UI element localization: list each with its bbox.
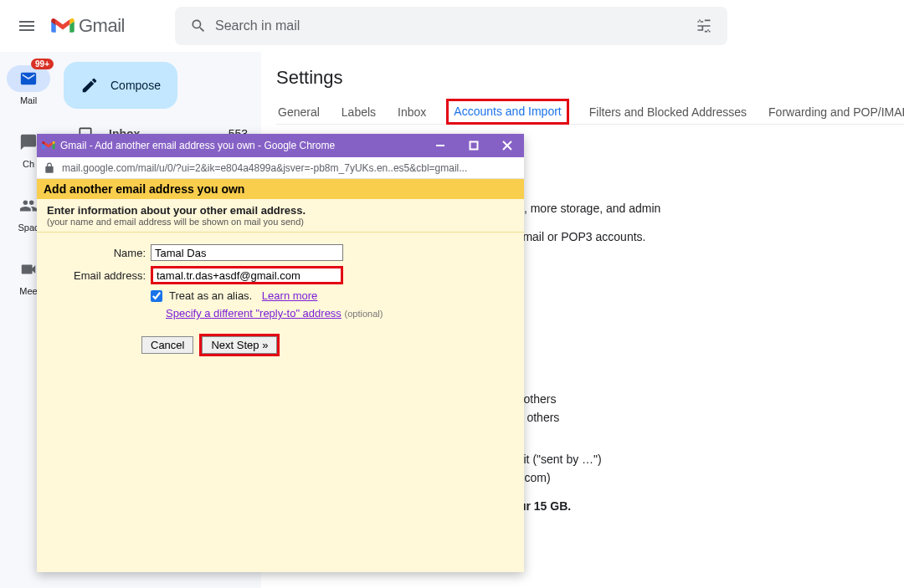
popup-title: Gmail - Add another email address you ow…: [60, 140, 424, 151]
gmail-logo-icon: [50, 17, 75, 35]
gmail-favicon-icon: [42, 139, 55, 152]
search-options-icon[interactable]: [687, 9, 721, 43]
mail-badge: 99+: [31, 59, 54, 69]
search-placeholder: Search in mail: [215, 18, 687, 33]
search-bar[interactable]: Search in mail: [175, 7, 727, 45]
popup-address-bar[interactable]: mail.google.com/mail/u/0/?ui=2&ik=e804a4…: [37, 157, 524, 179]
pencil-icon: [80, 76, 99, 95]
menu-icon: [17, 16, 37, 36]
maximize-icon: [469, 141, 479, 151]
learn-more-link[interactable]: Learn more: [262, 289, 317, 302]
popup-titlebar[interactable]: Gmail - Add another email address you ow…: [37, 134, 524, 157]
compose-label: Compose: [110, 79, 161, 92]
settings-tabs: General Labels Inbox Accounts and Import…: [276, 100, 904, 125]
svg-rect-0: [470, 142, 478, 150]
window-maximize-button[interactable]: [457, 134, 491, 157]
email-label: Email address:: [45, 269, 151, 282]
meet-icon: [19, 260, 38, 279]
name-label: Name:: [45, 247, 151, 259]
cancel-button[interactable]: Cancel: [141, 336, 193, 354]
window-minimize-button[interactable]: [424, 134, 457, 157]
rail-meet-label: Mee: [19, 286, 37, 296]
rail-chat-label: Ch: [23, 159, 34, 169]
tab-filters[interactable]: Filters and Blocked Addresses: [588, 100, 748, 124]
settings-title: Settings: [276, 67, 904, 89]
popup-instruction-1: Enter information about your other email…: [47, 204, 524, 217]
tab-forwarding[interactable]: Forwarding and POP/IMAP: [767, 100, 904, 124]
brand-text: Gmail: [79, 15, 125, 37]
popup-heading: Add another email address you own: [37, 179, 524, 199]
tab-general[interactable]: General: [276, 100, 321, 124]
next-step-button[interactable]: Next Step »: [202, 336, 277, 354]
spaces-icon: [19, 197, 38, 215]
popup-window: Gmail - Add another email address you ow…: [37, 134, 524, 572]
lock-icon: [44, 162, 55, 174]
alias-label: Treat as an alias.: [169, 289, 252, 302]
compose-button[interactable]: Compose: [64, 62, 177, 109]
alias-checkbox[interactable]: [151, 290, 162, 302]
popup-url: mail.google.com/mail/u/0/?ui=2&ik=e804a4…: [62, 162, 467, 174]
search-icon[interactable]: [182, 9, 215, 43]
reply-to-link[interactable]: Specify a different "reply-to" address: [166, 307, 342, 320]
popup-instruction-2: (your name and email address will be sho…: [47, 217, 524, 227]
rail-mail[interactable]: 99+ Mail: [7, 65, 50, 105]
header: Gmail Search in mail: [0, 0, 904, 52]
window-close-button[interactable]: [491, 134, 524, 157]
tab-inbox[interactable]: Inbox: [396, 100, 428, 124]
tab-accounts-import[interactable]: Accounts and Import: [446, 99, 568, 125]
mail-icon: [19, 69, 38, 88]
name-input[interactable]: [151, 244, 343, 261]
tab-labels[interactable]: Labels: [340, 100, 378, 124]
gmail-brand[interactable]: Gmail: [50, 15, 125, 37]
rail-spaces-label: Spac: [18, 222, 39, 233]
email-input[interactable]: [151, 266, 343, 284]
chat-icon: [19, 133, 38, 151]
rail-mail-label: Mail: [20, 95, 37, 105]
minimize-icon: [435, 141, 445, 151]
optional-note: (optional): [345, 309, 383, 319]
close-icon: [502, 141, 512, 151]
main-menu-button[interactable]: [7, 6, 47, 46]
